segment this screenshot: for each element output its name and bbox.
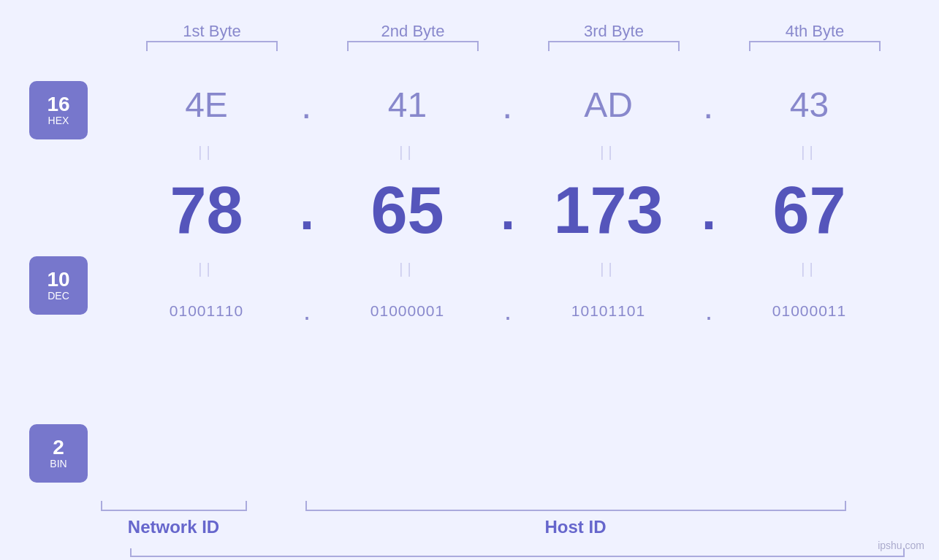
top-bracket-3 bbox=[548, 41, 680, 51]
label-column: 16 HEX 10 DEC 2 BIN bbox=[29, 74, 106, 497]
bracket-cell-1 bbox=[112, 41, 313, 55]
byte4-header: 4th Byte bbox=[715, 22, 916, 41]
bin-badge: 2 BIN bbox=[29, 424, 88, 483]
bracket-cell-4 bbox=[715, 41, 916, 55]
hex-val-4: 43 bbox=[709, 85, 910, 125]
dec-val-2: 65 bbox=[307, 173, 508, 248]
network-id-bracket bbox=[101, 501, 247, 511]
connector-row-1: || || || || bbox=[106, 136, 910, 169]
top-brackets bbox=[73, 41, 939, 55]
conn-2-3: || bbox=[508, 261, 709, 277]
host-id-label: Host ID bbox=[545, 517, 607, 537]
bracket-cell-2 bbox=[313, 41, 514, 55]
class-a-section: Class A bbox=[77, 548, 939, 560]
class-a-bracket bbox=[130, 548, 905, 557]
top-bracket-1 bbox=[146, 41, 278, 51]
dec-val-1: 78 bbox=[106, 173, 307, 248]
hex-val-2: 41 bbox=[307, 85, 508, 125]
hex-row: 4E . 41 . AD . 43 bbox=[106, 74, 910, 136]
bottom-bracket-area: Network ID Host ID bbox=[73, 501, 939, 537]
dec-badge: 10 DEC bbox=[29, 256, 88, 315]
byte1-header: 1st Byte bbox=[112, 22, 313, 41]
conn-2-2: || bbox=[307, 261, 508, 277]
dec-val-4: 67 bbox=[709, 173, 910, 248]
conn-2-1: || bbox=[106, 261, 307, 277]
watermark: ipshu.com bbox=[878, 540, 924, 551]
main-container: 1st Byte 2nd Byte 3rd Byte 4th Byte 16 H… bbox=[0, 0, 939, 560]
top-bracket-2 bbox=[347, 41, 479, 51]
byte2-header: 2nd Byte bbox=[313, 22, 514, 41]
bin-val-3: 10101101 bbox=[508, 302, 709, 320]
conn-1-3: || bbox=[508, 144, 709, 161]
byte3-header: 3rd Byte bbox=[514, 22, 715, 41]
hex-badge: 16 HEX bbox=[29, 81, 88, 139]
dec-val-3: 173 bbox=[508, 173, 709, 248]
network-id-section: Network ID bbox=[73, 501, 274, 537]
values-grid: 4E . 41 . AD . 43 || || || || 78 . 65 . bbox=[106, 74, 910, 497]
bin-val-2: 01000001 bbox=[307, 302, 508, 320]
conn-1-1: || bbox=[106, 144, 307, 161]
bracket-cell-3 bbox=[514, 41, 715, 55]
content-area: 16 HEX 10 DEC 2 BIN 4E . 41 . AD . 43 bbox=[29, 74, 910, 497]
top-bracket-4 bbox=[749, 41, 881, 51]
byte-headers: 1st Byte 2nd Byte 3rd Byte 4th Byte bbox=[73, 22, 939, 41]
bin-row: 01001110 . 01000001 . 10101101 . 0100001… bbox=[106, 285, 910, 337]
conn-1-2: || bbox=[307, 144, 508, 161]
bin-val-1: 01001110 bbox=[106, 302, 307, 320]
network-id-label: Network ID bbox=[128, 517, 219, 537]
conn-1-4: || bbox=[709, 144, 910, 161]
hex-val-1: 4E bbox=[106, 85, 307, 125]
conn-2-4: || bbox=[709, 261, 910, 277]
host-id-section: Host ID bbox=[274, 501, 877, 537]
bin-val-4: 01000011 bbox=[709, 302, 910, 320]
host-id-bracket bbox=[305, 501, 846, 511]
bottom-section: Network ID Host ID bbox=[73, 501, 939, 537]
connector-row-2: || || || || bbox=[106, 253, 910, 285]
dec-row: 78 . 65 . 173 . 67 bbox=[106, 169, 910, 253]
hex-val-3: AD bbox=[508, 85, 709, 125]
